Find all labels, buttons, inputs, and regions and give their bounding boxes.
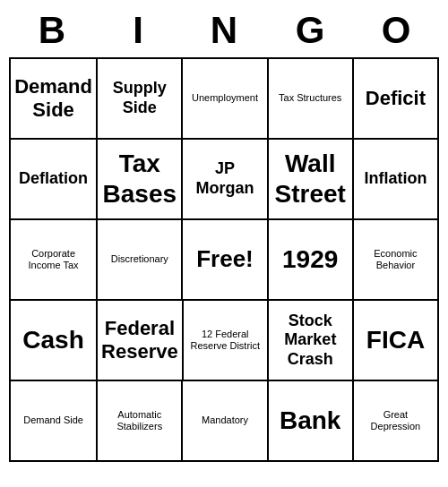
- cell-3-3: Stock Market Crash: [267, 301, 352, 380]
- grid-row-0: Demand SideSupply SideUnemploymentTax St…: [11, 59, 437, 138]
- cell-4-3: Bank: [267, 381, 352, 460]
- letter-b: B: [16, 9, 88, 52]
- cell-0-3: Tax Structures: [267, 59, 352, 138]
- letter-g: G: [274, 9, 346, 52]
- cell-4-4: Great Depression: [352, 381, 437, 460]
- cell-4-2: Mandatory: [181, 381, 266, 460]
- cell-4-1: Automatic Stabilizers: [96, 381, 181, 460]
- cell-0-1: Supply Side: [96, 59, 181, 138]
- bingo-grid: Demand SideSupply SideUnemploymentTax St…: [9, 57, 439, 462]
- cell-2-0: Corporate Income Tax: [11, 220, 96, 299]
- bingo-title: B I N G O: [9, 0, 439, 57]
- letter-n: N: [188, 9, 260, 52]
- cell-2-4: Economic Behavior: [352, 220, 437, 299]
- cell-2-1: Discretionary: [96, 220, 181, 299]
- cell-1-4: Inflation: [352, 140, 437, 218]
- grid-row-4: Demand SideAutomatic StabilizersMandator…: [11, 380, 437, 460]
- letter-i: I: [102, 9, 174, 52]
- grid-row-2: Corporate Income TaxDiscretionaryFree!19…: [11, 218, 437, 299]
- cell-4-0: Demand Side: [11, 381, 96, 460]
- cell-3-0: Cash: [11, 301, 96, 380]
- cell-3-2: 12 Federal Reserve District: [182, 301, 267, 380]
- cell-1-2: JP Morgan: [181, 140, 266, 218]
- cell-2-2: Free!: [181, 220, 266, 299]
- cell-2-3: 1929: [267, 220, 352, 299]
- cell-1-0: Deflation: [11, 140, 96, 218]
- cell-3-4: FICA: [352, 301, 437, 380]
- cell-0-2: Unemployment: [181, 59, 266, 138]
- grid-row-1: DeflationTax BasesJP MorganWall StreetIn…: [11, 138, 437, 218]
- cell-1-1: Tax Bases: [96, 140, 181, 218]
- cell-0-0: Demand Side: [11, 59, 96, 138]
- grid-row-3: CashFederal Reserve12 Federal Reserve Di…: [11, 299, 437, 380]
- cell-3-1: Federal Reserve: [96, 301, 182, 380]
- cell-1-3: Wall Street: [267, 140, 352, 218]
- letter-o: O: [360, 9, 432, 52]
- cell-0-4: Deficit: [352, 59, 437, 138]
